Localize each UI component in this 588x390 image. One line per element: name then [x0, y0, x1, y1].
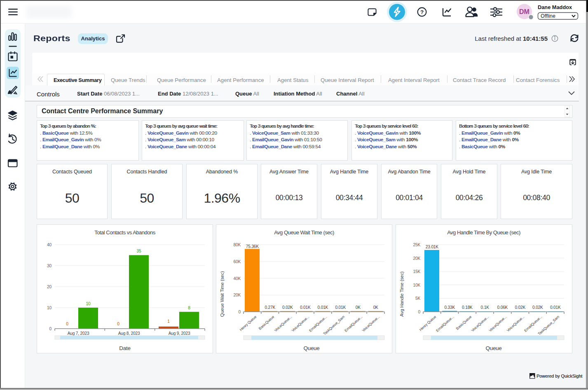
svg-text:?: ?: [420, 9, 424, 15]
svg-text:0.33K: 0.33K: [444, 305, 455, 310]
svg-text:20K: 20K: [413, 256, 420, 261]
svg-text:Avg Handle Time By Queue (sec): Avg Handle Time By Queue (sec): [447, 229, 520, 236]
svg-text:EmailQueue...: EmailQueue...: [435, 315, 454, 333]
svg-text:25K: 25K: [413, 243, 420, 247]
svg-text:Aug 8, 2023: Aug 8, 2023: [118, 331, 140, 336]
svg-text:8: 8: [188, 306, 190, 310]
svg-text:0.01K: 0.01K: [300, 305, 311, 310]
svg-text:Queue Wait Time (sec): Queue Wait Time (sec): [220, 271, 225, 317]
svg-text:0: 0: [49, 327, 52, 331]
svg-text:23.01K: 23.01K: [426, 245, 438, 249]
svg-text:0.01K: 0.01K: [550, 305, 561, 310]
svg-text:0.27K: 0.27K: [265, 305, 275, 310]
svg-text:5K: 5K: [415, 296, 420, 301]
svg-text:BasicQueue: BasicQueue: [258, 315, 275, 331]
svg-text:Henry Queue: Henry Queue: [419, 315, 437, 332]
svg-text:40: 40: [47, 243, 52, 247]
svg-text:Total Contacts vs Abandons: Total Contacts vs Abandons: [94, 229, 155, 236]
svg-text:20: 20: [47, 285, 52, 289]
svg-text:20K: 20K: [233, 293, 241, 297]
svg-text:15K: 15K: [413, 269, 420, 274]
svg-text:10K: 10K: [413, 283, 420, 287]
svg-text:Queue: Queue: [485, 345, 501, 351]
svg-text:40K: 40K: [233, 276, 241, 281]
svg-text:0.01K: 0.01K: [318, 305, 328, 310]
svg-text:0.06K: 0.06K: [497, 305, 508, 310]
svg-text:Offline: Offline: [541, 13, 555, 19]
svg-text:EmailQueue...: EmailQueue...: [308, 315, 328, 333]
svg-text:0.01K: 0.01K: [335, 305, 346, 310]
svg-text:0K: 0K: [356, 305, 361, 310]
svg-text:0: 0: [66, 322, 68, 326]
svg-text:10: 10: [86, 301, 91, 306]
svg-text:EmailQueue...: EmailQueue...: [344, 315, 363, 333]
svg-text:VoiceQueue...: VoiceQueue...: [471, 315, 490, 333]
svg-text:0.02K: 0.02K: [515, 305, 525, 310]
svg-text:Date: Date: [119, 345, 130, 351]
svg-text:0.02K: 0.02K: [532, 305, 543, 310]
svg-text:80K: 80K: [233, 243, 241, 247]
svg-text:10: 10: [47, 306, 52, 310]
svg-text:75.36K: 75.36K: [246, 244, 259, 249]
svg-text:VoiceQueue...: VoiceQueue...: [274, 315, 293, 333]
svg-text:60K: 60K: [233, 259, 241, 264]
svg-text:1: 1: [167, 319, 170, 324]
svg-text:VoiceQueue...: VoiceQueue...: [361, 315, 381, 333]
svg-text:0: 0: [117, 322, 119, 326]
svg-text:Avg Queue Wait Time (sec): Avg Queue Wait Time (sec): [274, 229, 334, 236]
svg-text:VoiceQueue...: VoiceQueue...: [488, 315, 508, 333]
svg-text:VoiceQueue...: VoiceQueue...: [291, 315, 310, 333]
svg-text:Dane Maddox: Dane Maddox: [538, 4, 572, 10]
svg-text:DM: DM: [519, 8, 529, 15]
svg-text:0: 0: [418, 310, 421, 314]
svg-text:0.02K: 0.02K: [282, 305, 293, 310]
svg-text:0K: 0K: [373, 305, 378, 310]
svg-text:0.18K: 0.18K: [462, 305, 473, 310]
svg-text:Aug 7, 2023: Aug 7, 2023: [68, 331, 89, 336]
svg-text:35: 35: [137, 249, 141, 253]
svg-text:Avg Handle Time (sec): Avg Handle Time (sec): [399, 271, 404, 317]
svg-text:Henry Queue: Henry Queue: [239, 315, 258, 332]
svg-text:VoiceQueue...: VoiceQueue...: [506, 315, 525, 333]
svg-text:0: 0: [239, 310, 241, 314]
svg-text:BasicQueue: BasicQueue: [455, 315, 473, 331]
svg-text:Queue: Queue: [303, 345, 319, 351]
svg-text:0.1K: 0.1K: [481, 305, 490, 310]
svg-text:Aug 9, 2023: Aug 9, 2023: [169, 331, 190, 336]
svg-text:30: 30: [47, 264, 52, 268]
